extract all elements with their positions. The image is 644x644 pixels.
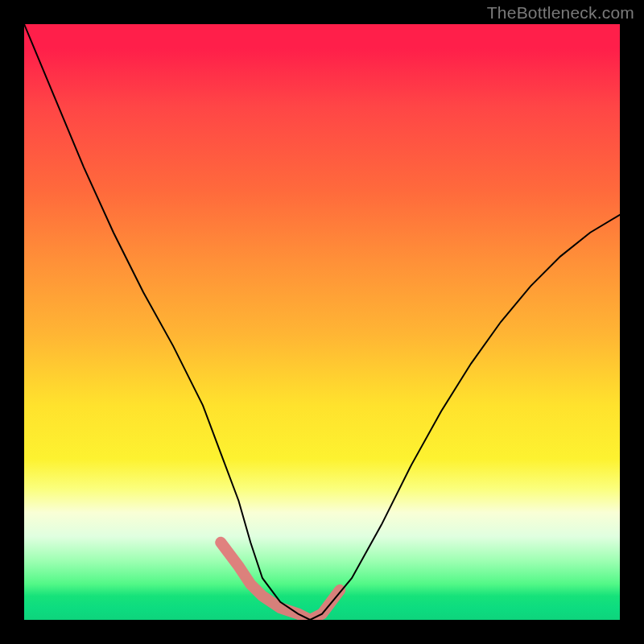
curve-svg bbox=[24, 24, 620, 620]
watermark-text: TheBottleneck.com bbox=[487, 3, 634, 23]
chart-frame: TheBottleneck.com bbox=[0, 0, 644, 644]
gradient-plot-area bbox=[24, 24, 620, 620]
bottleneck-curve bbox=[24, 24, 620, 620]
marker-segment bbox=[221, 543, 340, 620]
